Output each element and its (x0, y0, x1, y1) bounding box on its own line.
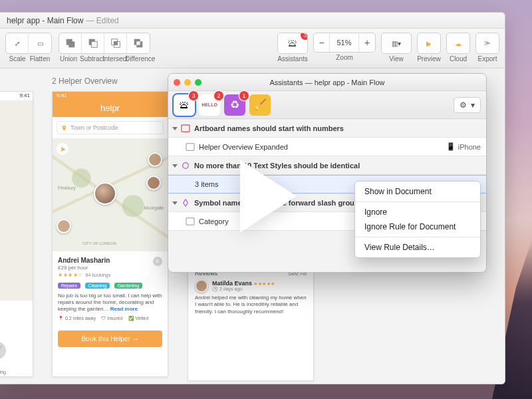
group-zoom: − 51% + Zoom (313, 33, 376, 61)
scale-button[interactable]: ⤢ (6, 33, 29, 53)
artboard-left[interactable]: 9:41 hopping (0, 91, 33, 377)
tag-pill: Repairs (58, 283, 80, 289)
flatten-icon: ▭ (37, 40, 43, 47)
result-text: 3 items (195, 180, 218, 188)
zoom-value[interactable]: 51% (330, 33, 359, 52)
group-transform: ⤢ ▭ Scale Flatten (5, 33, 52, 63)
assistant-tile[interactable]: ♻1 (224, 94, 245, 116)
cloud-label: Cloud (450, 55, 467, 63)
zoom-in-button[interactable]: + (359, 33, 375, 52)
symbol-icon (181, 199, 190, 207)
play-icon: ▶ (426, 40, 432, 47)
search-field[interactable]: Town or Postcode (57, 121, 164, 134)
subtract-button[interactable] (82, 33, 104, 53)
assistant-tile[interactable]: 🛎3 (174, 94, 195, 116)
svg-rect-11 (186, 143, 194, 150)
review-time: 🕒 2 days ago (212, 287, 275, 292)
artboard-helpr[interactable]: 9:41 helpr Town or Postcode Finsbury Moo… (52, 91, 168, 377)
tag-pill: Gardening (114, 283, 143, 289)
group-view: ▥▾ View (381, 33, 412, 63)
map-pin-avatar[interactable] (146, 176, 161, 190)
menu-separator (355, 201, 480, 202)
menu-ignore[interactable]: Ignore (355, 205, 480, 219)
preview-button[interactable]: ▶ (418, 33, 440, 53)
zoom-out-button[interactable]: − (314, 33, 330, 52)
tags: Repairs Cleaning Gardening (58, 278, 162, 290)
menu-view-rule-details[interactable]: View Rule Details… (355, 240, 480, 255)
cloud-button[interactable]: ☁ (447, 33, 469, 53)
map-pin-avatar[interactable] (57, 219, 71, 233)
assistant-tile[interactable]: 🧹 (249, 94, 271, 116)
scale-icon: ⤢ (15, 40, 20, 47)
svg-rect-3 (91, 41, 97, 47)
read-more-link[interactable]: Read more (110, 306, 138, 312)
bookings-count: 84 bookings (86, 273, 111, 277)
avatar (195, 279, 208, 293)
assistants-badge: 3 (301, 33, 308, 40)
assistants-titlebar[interactable]: Assistants — helpr app - Main Flow (168, 74, 486, 91)
book-helper-button[interactable]: Book this Helper → (58, 331, 162, 347)
review-body: Andrei helped me with cleaning my home w… (195, 295, 307, 315)
result-row[interactable]: Helper Overview Expanded 📱iPhone (168, 138, 486, 156)
cloud-icon: ☁ (455, 40, 462, 47)
zoom-label: Zoom (336, 54, 353, 61)
meta-insured: 🛡 Insured (101, 316, 122, 321)
badge: 3 (189, 91, 198, 100)
rule-group[interactable]: No more than 10 Text Styles should be id… (168, 156, 486, 175)
titlebar[interactable]: helpr app - Main Flow — Edited (0, 13, 505, 29)
union-button[interactable] (59, 33, 82, 53)
view-button[interactable]: ▥▾ (382, 33, 411, 53)
intersect-icon (110, 37, 122, 49)
rule-text: No more than 10 Text Styles should be id… (194, 162, 360, 170)
statusbar-time: 9:41 (0, 92, 33, 101)
settings-dropdown[interactable]: ⚙▾ (454, 97, 481, 113)
broom-icon: 🧹 (253, 98, 267, 111)
union-icon (65, 37, 76, 49)
disclosure-triangle-icon[interactable] (172, 164, 178, 168)
helper-meta: 📍 0.2 miles away 🛡 Insured ✅ Vetted (58, 316, 162, 321)
map[interactable]: Finsbury Moorgate CITY OF LONDON ➤ (53, 138, 168, 251)
map-label: CITY OF LONDON (82, 241, 116, 245)
app-title: helpr (53, 101, 168, 117)
phone-icon: 📱 (446, 142, 456, 151)
disclosure-triangle-icon[interactable] (172, 127, 178, 130)
rule-group[interactable]: Artboard names should start with numbers (168, 119, 486, 138)
context-menu[interactable]: Show in Document Ignore Ignore Rule for … (354, 181, 481, 258)
subtract-label: Subtract (80, 55, 102, 63)
artboard-icon (181, 124, 190, 132)
intersect-label: Intersect (102, 55, 125, 63)
map-pin-avatar[interactable] (148, 152, 162, 167)
disclosure-triangle-icon[interactable] (172, 201, 178, 205)
export-button[interactable]: ⪼ (476, 33, 499, 53)
result-text: Helper Overview Expanded (199, 143, 288, 151)
bell-icon: 🛎 (179, 99, 190, 111)
assistant-tile[interactable]: HELLO2 (199, 94, 220, 116)
menu-ignore-rule-doc[interactable]: Ignore Rule for Document (355, 219, 480, 234)
badge: 2 (214, 91, 223, 100)
map-label: Finsbury (58, 186, 76, 190)
difference-icon (132, 37, 144, 49)
view-label: View (389, 55, 404, 63)
assistants-button[interactable]: 🛎 3 (278, 33, 307, 53)
difference-label: Difference (125, 55, 152, 63)
group-preview: ▶ Preview (417, 33, 441, 63)
intersect-button[interactable] (104, 33, 127, 53)
locate-me-button[interactable]: ➤ (57, 143, 68, 155)
artboard-icon (186, 143, 195, 151)
union-label: Union (57, 55, 80, 63)
badge: 1 (239, 91, 249, 100)
close-icon[interactable]: ✕ (153, 257, 162, 266)
cart-icon (0, 342, 6, 359)
reviewer-name: Matilda Evans (212, 280, 252, 287)
helper-price: £28 per hour (58, 265, 162, 271)
helper-description: No job is too big or too small. I can he… (58, 293, 162, 313)
svg-point-12 (183, 162, 189, 168)
assistants-label: Assistants (277, 55, 308, 63)
flatten-button[interactable]: ▭ (29, 33, 51, 53)
map-pin-avatar[interactable] (94, 182, 116, 205)
location-icon (61, 125, 67, 131)
difference-button[interactable] (127, 33, 150, 53)
menu-show-in-document[interactable]: Show in Document (355, 184, 480, 199)
export-icon: ⪼ (484, 40, 491, 47)
view-icon: ▥▾ (392, 40, 401, 47)
